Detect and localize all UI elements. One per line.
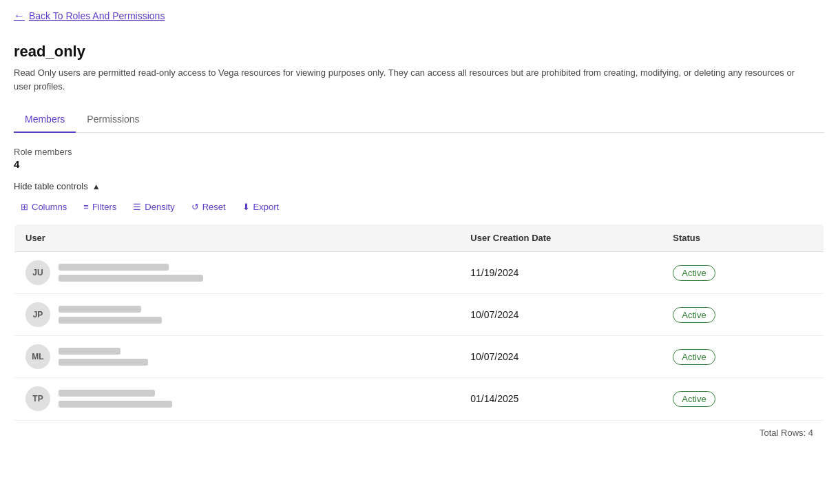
- user-name-redacted: [59, 264, 169, 271]
- filters-icon: ≡: [83, 202, 89, 212]
- page: ← Back To Roles And Permissions read_onl…: [0, 0, 838, 504]
- tab-members[interactable]: Members: [14, 107, 76, 133]
- main-content: read_only Read Only users are permitted …: [0, 32, 838, 445]
- table-row: JP 10/07/2024Active: [14, 294, 824, 336]
- user-email: [59, 274, 203, 284]
- status-cell-0: Active: [662, 252, 824, 294]
- user-email-redacted: [59, 359, 148, 366]
- creation-date-2: 10/07/2024: [459, 336, 662, 378]
- user-name-redacted: [59, 348, 121, 355]
- col-header-date: User Creation Date: [459, 224, 662, 252]
- back-arrow-icon: ←: [14, 10, 25, 22]
- creation-date-0: 11/19/2024: [459, 252, 662, 294]
- columns-label: Columns: [32, 202, 67, 212]
- user-name-redacted: [59, 390, 155, 397]
- user-email-redacted: [59, 401, 172, 408]
- status-badge: Active: [673, 265, 715, 281]
- user-email: [59, 358, 148, 368]
- col-header-user: User: [14, 224, 460, 252]
- user-cell-inner: JP: [25, 302, 448, 327]
- user-cell-inner: TP: [25, 386, 448, 411]
- columns-icon: ⊞: [21, 202, 28, 212]
- avatar: ML: [25, 344, 50, 369]
- user-info: [59, 346, 148, 368]
- export-icon: ⬇: [242, 202, 250, 212]
- status-badge: Active: [673, 307, 715, 323]
- user-cell-2: ML: [14, 336, 460, 378]
- table-header-row: User User Creation Date Status: [14, 224, 824, 252]
- user-email: [59, 316, 162, 326]
- avatar: JU: [25, 260, 50, 285]
- status-cell-3: Active: [662, 378, 824, 420]
- density-button[interactable]: ☰ Density: [126, 198, 181, 216]
- user-cell-3: TP: [14, 378, 460, 420]
- filters-label: Filters: [92, 202, 116, 212]
- export-button[interactable]: ⬇ Export: [235, 198, 286, 216]
- tabs-container: Members Permissions: [14, 107, 824, 133]
- status-badge: Active: [673, 391, 715, 407]
- user-info: [59, 262, 203, 284]
- table-controls-toggle[interactable]: Hide table controls ▲: [14, 181, 824, 191]
- creation-date-3: 01/14/2025: [459, 378, 662, 420]
- status-cell-2: Active: [662, 336, 824, 378]
- reset-button[interactable]: ↺ Reset: [185, 198, 233, 216]
- hide-table-controls-label: Hide table controls: [14, 181, 88, 191]
- user-name: [59, 262, 203, 273]
- table-row: TP 01/14/2025Active: [14, 378, 824, 420]
- status-cell-1: Active: [662, 294, 824, 336]
- user-cell-1: JP: [14, 294, 460, 336]
- user-name-redacted: [59, 306, 141, 313]
- user-cell-0: JU: [14, 252, 460, 294]
- reset-label: Reset: [202, 202, 226, 212]
- user-email-redacted: [59, 275, 203, 282]
- density-icon: ☰: [133, 202, 141, 212]
- density-label: Density: [145, 202, 174, 212]
- user-info: [59, 304, 162, 326]
- tab-permissions[interactable]: Permissions: [76, 107, 150, 133]
- user-name: [59, 346, 148, 357]
- avatar: JP: [25, 302, 50, 327]
- back-nav-link[interactable]: ← Back To Roles And Permissions: [0, 0, 838, 32]
- members-table: User User Creation Date Status JU 11/19/…: [14, 224, 824, 420]
- export-label: Export: [253, 202, 280, 212]
- filters-button[interactable]: ≡ Filters: [76, 198, 123, 216]
- status-badge: Active: [673, 349, 715, 365]
- toolbar: ⊞ Columns ≡ Filters ☰ Density ↺ Reset ⬇ …: [14, 198, 824, 216]
- role-members-label: Role members: [14, 147, 824, 157]
- user-name: [59, 304, 162, 315]
- user-cell-inner: ML: [25, 344, 448, 369]
- back-nav-label: Back To Roles And Permissions: [29, 10, 165, 21]
- user-info: [59, 388, 172, 410]
- user-cell-inner: JU: [25, 260, 448, 285]
- table-row: ML 10/07/2024Active: [14, 336, 824, 378]
- columns-button[interactable]: ⊞ Columns: [14, 198, 74, 216]
- role-description: Read Only users are permitted read-only …: [14, 66, 806, 93]
- total-rows: Total Rows: 4: [14, 420, 824, 445]
- reset-icon: ↺: [191, 202, 199, 212]
- role-title: read_only: [14, 43, 824, 61]
- role-members-count: 4: [14, 158, 824, 170]
- chevron-up-icon: ▲: [92, 182, 101, 191]
- user-email: [59, 400, 172, 410]
- creation-date-1: 10/07/2024: [459, 294, 662, 336]
- user-name: [59, 388, 172, 399]
- user-email-redacted: [59, 317, 162, 324]
- table-row: JU 11/19/2024Active: [14, 252, 824, 294]
- col-header-status: Status: [662, 224, 824, 252]
- avatar: TP: [25, 386, 50, 411]
